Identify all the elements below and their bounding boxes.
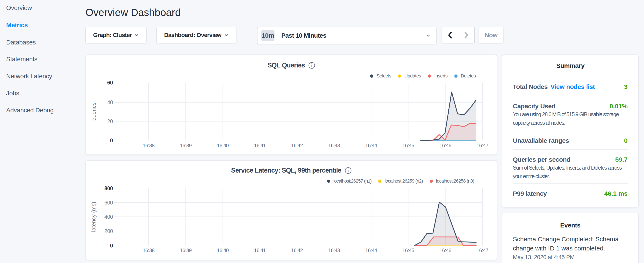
svg-text:queries: queries	[90, 102, 97, 120]
svg-text:200: 200	[104, 228, 113, 234]
svg-text:16:39: 16:39	[180, 247, 192, 253]
svg-text:16:45: 16:45	[402, 143, 414, 148]
svg-text:16:40: 16:40	[217, 143, 229, 148]
svg-text:60: 60	[107, 80, 113, 86]
svg-text:latency (ms): latency (ms)	[90, 202, 97, 232]
svg-text:16:42: 16:42	[291, 143, 303, 148]
svg-text:16:43: 16:43	[328, 143, 340, 148]
svg-text:16:44: 16:44	[365, 143, 377, 148]
svg-text:16:41: 16:41	[254, 247, 266, 253]
svg-text:16:45: 16:45	[402, 247, 414, 253]
svg-text:16:39: 16:39	[180, 143, 192, 148]
svg-text:0: 0	[110, 242, 113, 248]
svg-text:600: 600	[104, 200, 113, 205]
svg-text:16:38: 16:38	[143, 247, 154, 253]
svg-text:16:46: 16:46	[440, 143, 451, 148]
svg-text:16:41: 16:41	[254, 143, 266, 148]
svg-text:40: 40	[107, 99, 113, 105]
svg-text:16:38: 16:38	[143, 143, 154, 148]
svg-text:0: 0	[110, 137, 113, 143]
svg-text:16:43: 16:43	[328, 247, 340, 253]
svg-text:400: 400	[104, 214, 113, 220]
svg-text:16:42: 16:42	[291, 247, 303, 253]
svg-text:16:46: 16:46	[440, 247, 451, 253]
svg-text:16:44: 16:44	[365, 247, 377, 253]
svg-text:16:47: 16:47	[476, 143, 488, 148]
svg-text:16:40: 16:40	[217, 247, 229, 253]
svg-text:16:47: 16:47	[476, 247, 488, 253]
svg-text:800: 800	[104, 185, 113, 191]
svg-text:20: 20	[107, 118, 113, 124]
